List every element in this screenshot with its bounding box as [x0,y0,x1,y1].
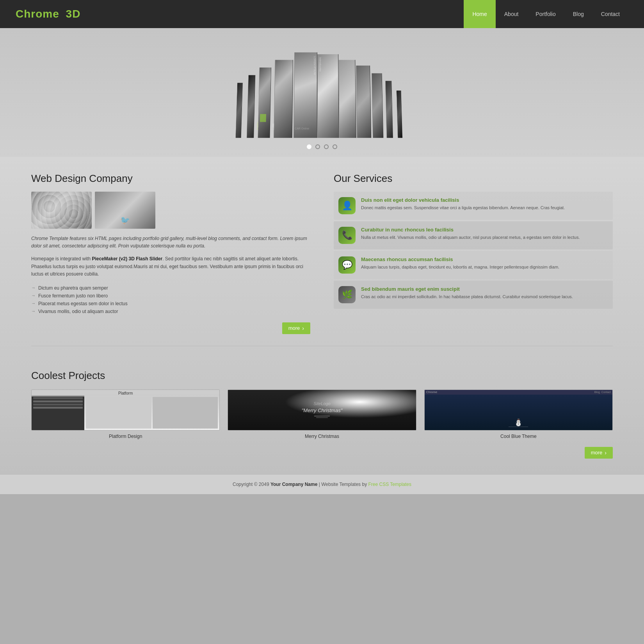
service-item-3: 💬 Maecenas rhoncus accumsan facilisis Al… [334,251,613,279]
bullet-item: Placerat metus egestas sem dolor in lect… [31,300,310,308]
projects-arrow-icon: › [605,450,607,456]
project-caption-christmas: Merry Christmas [305,434,339,439]
thumb-water [31,192,92,229]
panel-2 [246,75,255,138]
project-item-blue: ⛄ Chrome Blog Contact Cool Blue Theme [424,390,613,439]
header: Chrome 3D Home About Portfolio Blog Cont… [0,0,644,28]
service-title-1: Duis non elit eget dolor vehicula facili… [361,197,565,203]
service-title-4: Sed bibendum mauris eget enim suscipit [361,286,573,292]
service-text-3: Maecenas rhoncus accumsan facilisis Aliq… [361,256,559,270]
panel-10 [385,81,393,138]
service-desc-1: Donec mattis egestas sem. Suspendisse vi… [361,205,565,211]
desc-italic: Chrome Template features six HTML pages … [31,235,310,250]
dot-3[interactable] [324,144,329,149]
more-button-projects[interactable]: more › [585,447,613,459]
more-button-left[interactable]: more › [282,322,310,334]
panel-3: Platfo... [258,68,271,138]
projects-section: Coolest Projects Platform [0,370,644,474]
desc-normal: Homepage is integrated with PieceMaker (… [31,255,310,278]
brand-name: PieceMaker (v2) 3D Flash Slider [92,256,162,262]
main-nav: Home About Portfolio Blog Contact [464,0,628,28]
main-wrapper: Platfo... ...rm LOREM IPSUM CAR Online I… [0,28,644,474]
arrow-icon: › [302,325,304,331]
panel-5: LOREM IPSUM CAR Online [293,52,317,138]
service-icon-contact: 👤 [338,197,356,214]
service-item-1: 👤 Duis non elit eget dolor vehicula faci… [334,192,613,220]
panel-9 [371,73,383,138]
left-column: Web Design Company 🐦 Chrome Template fea… [31,173,310,334]
footer-company: Your Company Name [270,482,317,487]
service-desc-3: Aliquam lacus turpis, dapibus eget, tinc… [361,264,559,270]
logo-accent: 3D [66,8,81,20]
bullet-item: Fusce fermentum justo non libero [31,292,310,300]
project-item-platform: Platform [31,390,220,439]
left-heading: Web Design Company [31,173,310,185]
panel-7 [338,60,356,138]
nav-about[interactable]: About [496,0,527,28]
service-text-2: Curabitur in nunc rhoncus leo facilisis … [361,227,580,241]
thumb-bird: 🐦 [95,192,155,229]
project-caption-blue: Cool Blue Theme [500,434,537,439]
panel-1 [235,83,242,138]
content-section: Web Design Company 🐦 Chrome Template fea… [0,157,644,370]
service-title-3: Maecenas rhoncus accumsan facilisis [361,256,559,262]
project-item-christmas: SiteLogo "Merry Christmas" Merry Christm… [228,390,416,439]
slider-container: Platfo... ...rm LOREM IPSUM CAR Online I… [189,40,455,137]
nav-portfolio[interactable]: Portfolio [527,0,564,28]
logo: Chrome 3D [16,8,80,20]
nav-blog[interactable]: Blog [564,0,592,28]
projects-heading: Coolest Projects [31,370,613,382]
footer-copyright: Copyright © 2049 [233,482,269,487]
nav-home[interactable]: Home [464,0,495,28]
service-item-2: 📞 Curabitur in nunc rhoncus leo facilisi… [334,221,613,249]
platform-sidebar [32,395,84,430]
service-icon-phone: 📞 [338,227,356,244]
right-heading: Our Services [334,173,613,185]
footer: Copyright © 2049 Your Company Name | Web… [0,474,644,494]
christmas-content: SiteLogo "Merry Christmas" [228,390,416,430]
service-desc-4: Cras ac odio ac mi imperdiet sollicitudi… [361,294,573,300]
panel-4: ...rm [274,60,293,138]
project-thumb-christmas: SiteLogo "Merry Christmas" [228,390,416,431]
projects-grid: Platform [31,390,613,439]
service-desc-2: Nulla ut metus elit. Vivamus mollis, odi… [361,234,580,241]
bullet-item: Vivamus mollis, odio ut aliquam auctor [31,308,310,315]
dot-1[interactable] [307,144,311,149]
logo-text: Chrome [16,8,59,20]
project-thumb-platform: Platform [31,390,220,431]
bullet-item: Dictum eu pharetra quam semper [31,284,310,292]
service-text-4: Sed bibendum mauris eget enim suscipit C… [361,286,573,300]
slider-dots [307,144,337,149]
service-title-2: Curabitur in nunc rhoncus leo facilisis [361,227,580,233]
slider-section: Platfo... ...rm LOREM IPSUM CAR Online I… [0,28,644,157]
service-text-1: Duis non elit eget dolor vehicula facili… [361,197,565,211]
service-icon-photo: 🌿 [338,286,356,303]
project-caption-platform: Platform Design [109,434,142,439]
bullet-list: Dictum eu pharetra quam semper Fusce fer… [31,284,310,315]
dot-4[interactable] [333,144,337,149]
project-thumb-blue: ⛄ Chrome Blog Contact [424,390,613,431]
nav-contact[interactable]: Contact [592,0,628,28]
dot-2[interactable] [315,144,320,149]
projects-more-wrapper: more › [31,447,613,459]
platform-main [84,395,220,430]
two-column-layout: Web Design Company 🐦 Chrome Template fea… [31,173,613,334]
blue-content: ⛄ [425,390,612,430]
panel-fan: Platfo... ...rm LOREM IPSUM CAR Online I… [235,52,409,138]
image-row: 🐦 [31,192,310,229]
section-divider [31,346,613,346]
footer-templates-text: Website Templates [321,482,361,487]
right-column: Our Services 👤 Duis non elit eget dolor … [334,173,613,334]
service-icon-chat: 💬 [338,256,356,274]
footer-link[interactable]: Free CSS Templates [368,482,411,487]
panel-8 [356,66,371,138]
panel-11 [396,91,402,138]
panel-6: Introductio [317,54,339,138]
footer-by: by [362,482,368,487]
service-item-4: 🌿 Sed bibendum mauris eget enim suscipit… [334,281,613,309]
